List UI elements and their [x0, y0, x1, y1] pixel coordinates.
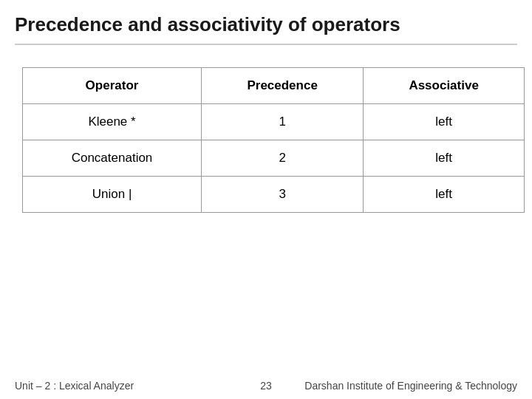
col-header-operator: Operator [23, 68, 202, 104]
operators-table-container: Operator Precedence Associative Kleene *… [22, 67, 510, 213]
footer: Unit – 2 : Lexical Analyzer 23 Darshan I… [0, 380, 532, 392]
cell-precedence: 2 [202, 140, 364, 177]
col-header-precedence: Precedence [202, 68, 364, 104]
table-row: Kleene *1left [23, 104, 525, 140]
footer-right-text: Darshan Institute of Engineering & Techn… [294, 380, 517, 392]
title-divider [15, 44, 517, 45]
cell-associative: left [364, 140, 525, 177]
cell-precedence: 3 [202, 177, 364, 213]
cell-associative: left [364, 104, 525, 140]
cell-associative: left [364, 177, 525, 213]
footer-left-text: Unit – 2 : Lexical Analyzer [15, 380, 238, 392]
cell-operator: Concatenation [23, 140, 202, 177]
footer-page-number: 23 [260, 380, 272, 392]
col-header-associative: Associative [364, 68, 525, 104]
cell-operator: Kleene * [23, 104, 202, 140]
table-row: Concatenation2left [23, 140, 525, 177]
table-header-row: Operator Precedence Associative [23, 68, 525, 104]
cell-precedence: 1 [202, 104, 364, 140]
cell-operator: Union | [23, 177, 202, 213]
table-row: Union |3left [23, 177, 525, 213]
page-title: Precedence and associativity of operator… [0, 0, 532, 44]
operators-table: Operator Precedence Associative Kleene *… [22, 67, 525, 213]
